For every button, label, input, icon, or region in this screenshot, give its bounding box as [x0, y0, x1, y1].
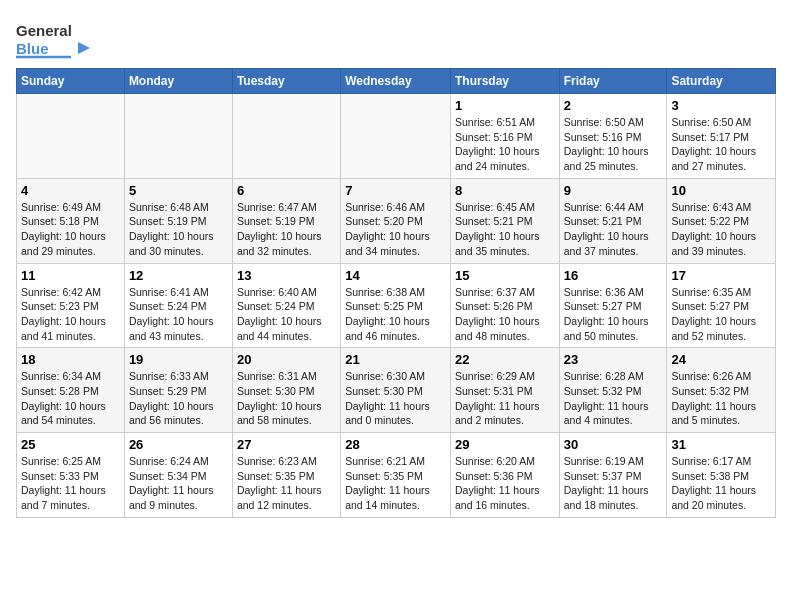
col-header-monday: Monday: [124, 69, 232, 94]
day-number: 29: [455, 437, 555, 452]
calendar-cell: 10Sunrise: 6:43 AM Sunset: 5:22 PM Dayli…: [667, 178, 776, 263]
cell-content: Sunrise: 6:50 AM Sunset: 5:17 PM Dayligh…: [671, 115, 771, 174]
day-number: 26: [129, 437, 228, 452]
day-number: 30: [564, 437, 663, 452]
logo-icon: General Blue: [16, 16, 106, 60]
calendar-cell: 11Sunrise: 6:42 AM Sunset: 5:23 PM Dayli…: [17, 263, 125, 348]
calendar-cell: [17, 94, 125, 179]
day-number: 10: [671, 183, 771, 198]
calendar-cell: 16Sunrise: 6:36 AM Sunset: 5:27 PM Dayli…: [559, 263, 667, 348]
cell-content: Sunrise: 6:35 AM Sunset: 5:27 PM Dayligh…: [671, 285, 771, 344]
day-number: 2: [564, 98, 663, 113]
day-number: 23: [564, 352, 663, 367]
calendar-cell: 30Sunrise: 6:19 AM Sunset: 5:37 PM Dayli…: [559, 433, 667, 518]
calendar-cell: 20Sunrise: 6:31 AM Sunset: 5:30 PM Dayli…: [232, 348, 340, 433]
day-number: 28: [345, 437, 446, 452]
day-number: 7: [345, 183, 446, 198]
cell-content: Sunrise: 6:28 AM Sunset: 5:32 PM Dayligh…: [564, 369, 663, 428]
day-number: 4: [21, 183, 120, 198]
calendar-cell: 14Sunrise: 6:38 AM Sunset: 5:25 PM Dayli…: [341, 263, 451, 348]
cell-content: Sunrise: 6:49 AM Sunset: 5:18 PM Dayligh…: [21, 200, 120, 259]
col-header-wednesday: Wednesday: [341, 69, 451, 94]
calendar-cell: 4Sunrise: 6:49 AM Sunset: 5:18 PM Daylig…: [17, 178, 125, 263]
cell-content: Sunrise: 6:20 AM Sunset: 5:36 PM Dayligh…: [455, 454, 555, 513]
cell-content: Sunrise: 6:45 AM Sunset: 5:21 PM Dayligh…: [455, 200, 555, 259]
cell-content: Sunrise: 6:31 AM Sunset: 5:30 PM Dayligh…: [237, 369, 336, 428]
cell-content: Sunrise: 6:51 AM Sunset: 5:16 PM Dayligh…: [455, 115, 555, 174]
calendar-cell: 9Sunrise: 6:44 AM Sunset: 5:21 PM Daylig…: [559, 178, 667, 263]
col-header-tuesday: Tuesday: [232, 69, 340, 94]
cell-content: Sunrise: 6:50 AM Sunset: 5:16 PM Dayligh…: [564, 115, 663, 174]
week-row-1: 1Sunrise: 6:51 AM Sunset: 5:16 PM Daylig…: [17, 94, 776, 179]
week-row-4: 18Sunrise: 6:34 AM Sunset: 5:28 PM Dayli…: [17, 348, 776, 433]
week-row-3: 11Sunrise: 6:42 AM Sunset: 5:23 PM Dayli…: [17, 263, 776, 348]
day-number: 31: [671, 437, 771, 452]
calendar-cell: 28Sunrise: 6:21 AM Sunset: 5:35 PM Dayli…: [341, 433, 451, 518]
calendar-cell: 2Sunrise: 6:50 AM Sunset: 5:16 PM Daylig…: [559, 94, 667, 179]
calendar-cell: 21Sunrise: 6:30 AM Sunset: 5:30 PM Dayli…: [341, 348, 451, 433]
cell-content: Sunrise: 6:34 AM Sunset: 5:28 PM Dayligh…: [21, 369, 120, 428]
day-number: 9: [564, 183, 663, 198]
day-number: 6: [237, 183, 336, 198]
calendar-cell: 15Sunrise: 6:37 AM Sunset: 5:26 PM Dayli…: [450, 263, 559, 348]
calendar-cell: [341, 94, 451, 179]
logo: General Blue: [16, 16, 106, 60]
calendar-cell: 24Sunrise: 6:26 AM Sunset: 5:32 PM Dayli…: [667, 348, 776, 433]
calendar-cell: 7Sunrise: 6:46 AM Sunset: 5:20 PM Daylig…: [341, 178, 451, 263]
day-number: 16: [564, 268, 663, 283]
day-number: 1: [455, 98, 555, 113]
day-number: 13: [237, 268, 336, 283]
cell-content: Sunrise: 6:44 AM Sunset: 5:21 PM Dayligh…: [564, 200, 663, 259]
calendar-cell: 1Sunrise: 6:51 AM Sunset: 5:16 PM Daylig…: [450, 94, 559, 179]
cell-content: Sunrise: 6:41 AM Sunset: 5:24 PM Dayligh…: [129, 285, 228, 344]
header: General Blue: [16, 16, 776, 60]
svg-text:Blue: Blue: [16, 40, 49, 57]
cell-content: Sunrise: 6:38 AM Sunset: 5:25 PM Dayligh…: [345, 285, 446, 344]
cell-content: Sunrise: 6:17 AM Sunset: 5:38 PM Dayligh…: [671, 454, 771, 513]
calendar-cell: 17Sunrise: 6:35 AM Sunset: 5:27 PM Dayli…: [667, 263, 776, 348]
week-row-5: 25Sunrise: 6:25 AM Sunset: 5:33 PM Dayli…: [17, 433, 776, 518]
cell-content: Sunrise: 6:36 AM Sunset: 5:27 PM Dayligh…: [564, 285, 663, 344]
day-number: 19: [129, 352, 228, 367]
calendar-cell: 5Sunrise: 6:48 AM Sunset: 5:19 PM Daylig…: [124, 178, 232, 263]
cell-content: Sunrise: 6:26 AM Sunset: 5:32 PM Dayligh…: [671, 369, 771, 428]
day-number: 17: [671, 268, 771, 283]
calendar-cell: 13Sunrise: 6:40 AM Sunset: 5:24 PM Dayli…: [232, 263, 340, 348]
cell-content: Sunrise: 6:33 AM Sunset: 5:29 PM Dayligh…: [129, 369, 228, 428]
cell-content: Sunrise: 6:37 AM Sunset: 5:26 PM Dayligh…: [455, 285, 555, 344]
col-header-thursday: Thursday: [450, 69, 559, 94]
calendar-cell: 22Sunrise: 6:29 AM Sunset: 5:31 PM Dayli…: [450, 348, 559, 433]
day-number: 3: [671, 98, 771, 113]
calendar-cell: 26Sunrise: 6:24 AM Sunset: 5:34 PM Dayli…: [124, 433, 232, 518]
day-number: 5: [129, 183, 228, 198]
cell-content: Sunrise: 6:30 AM Sunset: 5:30 PM Dayligh…: [345, 369, 446, 428]
day-number: 24: [671, 352, 771, 367]
cell-content: Sunrise: 6:19 AM Sunset: 5:37 PM Dayligh…: [564, 454, 663, 513]
cell-content: Sunrise: 6:21 AM Sunset: 5:35 PM Dayligh…: [345, 454, 446, 513]
cell-content: Sunrise: 6:47 AM Sunset: 5:19 PM Dayligh…: [237, 200, 336, 259]
cell-content: Sunrise: 6:43 AM Sunset: 5:22 PM Dayligh…: [671, 200, 771, 259]
calendar-cell: 27Sunrise: 6:23 AM Sunset: 5:35 PM Dayli…: [232, 433, 340, 518]
cell-content: Sunrise: 6:48 AM Sunset: 5:19 PM Dayligh…: [129, 200, 228, 259]
cell-content: Sunrise: 6:29 AM Sunset: 5:31 PM Dayligh…: [455, 369, 555, 428]
calendar-cell: 19Sunrise: 6:33 AM Sunset: 5:29 PM Dayli…: [124, 348, 232, 433]
day-number: 25: [21, 437, 120, 452]
calendar-cell: [124, 94, 232, 179]
col-header-saturday: Saturday: [667, 69, 776, 94]
cell-content: Sunrise: 6:25 AM Sunset: 5:33 PM Dayligh…: [21, 454, 120, 513]
calendar-cell: 6Sunrise: 6:47 AM Sunset: 5:19 PM Daylig…: [232, 178, 340, 263]
day-number: 18: [21, 352, 120, 367]
week-row-2: 4Sunrise: 6:49 AM Sunset: 5:18 PM Daylig…: [17, 178, 776, 263]
day-number: 14: [345, 268, 446, 283]
calendar-table: SundayMondayTuesdayWednesdayThursdayFrid…: [16, 68, 776, 518]
day-number: 22: [455, 352, 555, 367]
day-number: 8: [455, 183, 555, 198]
calendar-cell: 29Sunrise: 6:20 AM Sunset: 5:36 PM Dayli…: [450, 433, 559, 518]
calendar-cell: 23Sunrise: 6:28 AM Sunset: 5:32 PM Dayli…: [559, 348, 667, 433]
day-number: 20: [237, 352, 336, 367]
calendar-cell: 25Sunrise: 6:25 AM Sunset: 5:33 PM Dayli…: [17, 433, 125, 518]
day-header-row: SundayMondayTuesdayWednesdayThursdayFrid…: [17, 69, 776, 94]
calendar-cell: 18Sunrise: 6:34 AM Sunset: 5:28 PM Dayli…: [17, 348, 125, 433]
calendar-cell: 31Sunrise: 6:17 AM Sunset: 5:38 PM Dayli…: [667, 433, 776, 518]
cell-content: Sunrise: 6:42 AM Sunset: 5:23 PM Dayligh…: [21, 285, 120, 344]
